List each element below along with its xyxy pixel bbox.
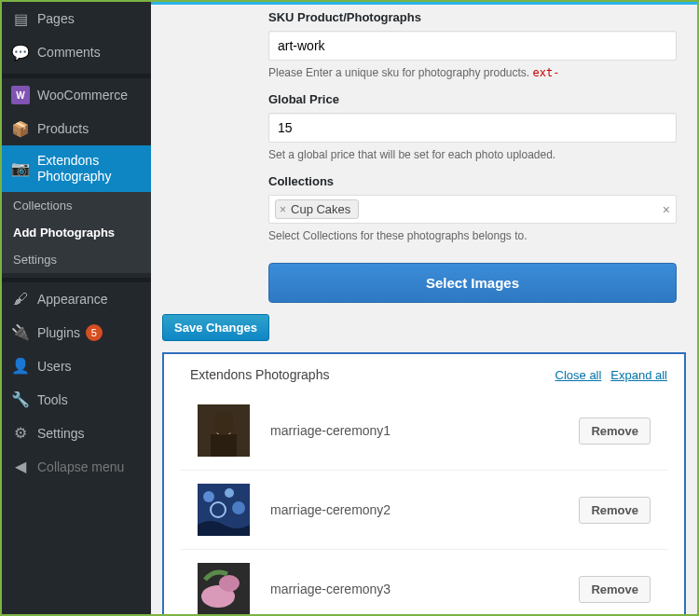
plugins-badge: 5 [86, 324, 103, 341]
photo-thumbnail [198, 484, 250, 536]
plug-icon: 🔌 [11, 323, 30, 342]
svg-point-10 [219, 575, 240, 592]
save-button-top[interactable]: Save Changes [162, 314, 269, 341]
expand-all-link[interactable]: Expand all [610, 368, 667, 382]
sidebar-item-extendons-photography[interactable]: 📷 Extendons Photography [2, 145, 151, 192]
sidebar-item-settings[interactable]: ⚙ Settings [2, 417, 151, 450]
photo-row: marriage-ceremony1 Remove [181, 391, 667, 471]
sku-helper: Please Enter a unique sku for photograph… [268, 66, 677, 79]
submenu-item-settings[interactable]: Settings [2, 246, 151, 273]
sidebar-item-appearance[interactable]: 🖌 Appearance [2, 282, 151, 316]
photo-name: marriage-ceremony2 [270, 502, 391, 517]
sidebar-item-label: Appearance [37, 292, 108, 307]
wrench-icon: 🔧 [11, 390, 30, 409]
collections-input[interactable]: × Cup Cakes × [268, 195, 677, 224]
svg-point-5 [225, 488, 234, 498]
price-helper: Set a global price that will be set for … [268, 148, 677, 161]
svg-rect-2 [211, 434, 237, 457]
submenu-item-add-photographs[interactable]: Add Photographs [2, 219, 151, 246]
sidebar-item-users[interactable]: 👤 Users [2, 349, 151, 383]
sku-label: SKU Product/Photographs [268, 10, 677, 24]
sidebar-item-products[interactable]: 📦 Products [2, 112, 151, 145]
remove-button[interactable]: Remove [579, 418, 651, 445]
sidebar-item-pages[interactable]: ▤ Pages [2, 2, 151, 35]
woo-icon: W [11, 86, 30, 104]
remove-tag-icon[interactable]: × [280, 203, 286, 216]
photo-name: marriage-ceremony1 [270, 423, 391, 438]
selected-tag[interactable]: × Cup Cakes [275, 199, 359, 219]
sidebar-item-plugins[interactable]: 🔌 Plugins 5 [2, 316, 151, 349]
sidebar-item-comments[interactable]: 💬 Comments [2, 35, 151, 69]
sliders-icon: ⚙ [11, 424, 30, 443]
sidebar-item-label: Tools [37, 392, 68, 407]
user-icon: 👤 [11, 357, 30, 376]
svg-point-6 [232, 501, 245, 514]
select-images-button[interactable]: Select Images [268, 263, 677, 303]
sidebar-item-label: Collapse menu [37, 459, 124, 474]
tag-label: Cup Cakes [291, 202, 350, 216]
sidebar-item-label: Plugins [37, 325, 80, 340]
photo-row: marriage-ceremony3 Remove [181, 550, 667, 614]
comment-icon: 💬 [11, 43, 30, 62]
photo-thumbnail [198, 563, 250, 614]
camera-icon: 📷 [11, 159, 30, 178]
submenu: Collections Add Photographs Settings [2, 192, 151, 273]
collections-helper: Select Collections for these photographs… [268, 229, 677, 242]
sidebar-item-label: Products [37, 121, 89, 136]
price-label: Global Price [268, 92, 677, 106]
close-all-link[interactable]: Close all [555, 368, 602, 382]
price-input[interactable] [268, 113, 677, 143]
sku-input[interactable] [268, 31, 677, 61]
collections-label: Collections [268, 174, 677, 188]
sidebar-item-label: Pages [37, 11, 75, 26]
sidebar-item-tools[interactable]: 🔧 Tools [2, 383, 151, 417]
photo-thumbnail [198, 404, 250, 457]
sidebar-item-label: Settings [37, 426, 85, 441]
remove-button[interactable]: Remove [579, 497, 651, 524]
svg-point-4 [203, 491, 214, 502]
brush-icon: 🖌 [11, 290, 30, 308]
photographs-panel: Extendons Photographs Close all Expand a… [162, 352, 686, 614]
clear-tags-icon[interactable]: × [663, 202, 670, 217]
products-icon: 📦 [11, 119, 30, 138]
submenu-item-collections[interactable]: Collections [2, 192, 151, 219]
sidebar-item-label: Comments [37, 45, 101, 60]
admin-sidebar: ▤ Pages 💬 Comments W WooCommerce 📦 Produ… [2, 2, 151, 614]
photo-row: marriage-ceremony2 Remove [181, 471, 667, 550]
sidebar-item-collapse[interactable]: ◀ Collapse menu [2, 450, 151, 484]
sidebar-item-label: Users [37, 359, 72, 374]
panel-title: Extendons Photographs [190, 367, 329, 382]
sidebar-item-label: WooCommerce [37, 88, 128, 103]
main-content: SKU Product/Photographs Please Enter a u… [151, 2, 697, 614]
sidebar-item-woocommerce[interactable]: W WooCommerce [2, 78, 151, 112]
pages-icon: ▤ [11, 9, 30, 28]
collapse-icon: ◀ [11, 458, 30, 476]
photo-name: marriage-ceremony3 [270, 582, 391, 596]
remove-button[interactable]: Remove [579, 576, 651, 603]
sidebar-item-label: Extendons Photography [37, 153, 142, 185]
